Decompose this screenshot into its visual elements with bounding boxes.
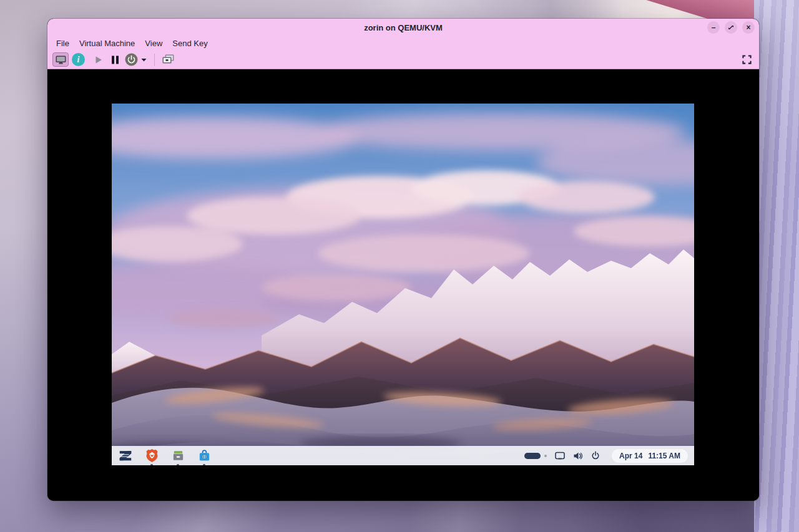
menu-send-key[interactable]: Send Key: [167, 37, 212, 49]
minimize-button[interactable]: –: [707, 21, 720, 34]
zorin-logo-icon: [118, 448, 133, 463]
play-icon: [94, 56, 103, 64]
toolbar: i: [47, 51, 759, 69]
show-console-button[interactable]: [52, 52, 69, 67]
taskbar-apps: [118, 448, 212, 463]
titlebar[interactable]: zorin on QEMU/KVM – ×: [47, 19, 759, 36]
power-icon: [125, 53, 138, 66]
chevron-down-icon: [141, 58, 147, 62]
fullscreen-button[interactable]: [739, 52, 754, 67]
zorin-menu-button[interactable]: [118, 448, 133, 463]
menu-virtual-machine[interactable]: Virtual Machine: [74, 37, 140, 49]
guest-screen[interactable]: Apr 14 11:15 AM: [112, 104, 694, 465]
maximize-icon: [727, 24, 735, 31]
shutdown-menu-button[interactable]: [139, 52, 149, 67]
virt-manager-window: zorin on QEMU/KVM – × File Virtual Machi…: [47, 19, 759, 501]
menubar: File Virtual Machine View Send Key: [47, 36, 759, 51]
close-icon: ×: [746, 24, 750, 31]
menu-file[interactable]: File: [51, 37, 74, 49]
run-button[interactable]: [91, 52, 106, 67]
volume-icon: [573, 452, 583, 460]
displays-button[interactable]: [160, 52, 175, 67]
power-tray-button[interactable]: [591, 451, 600, 460]
menu-view[interactable]: View: [140, 37, 167, 49]
shutdown-button[interactable]: [124, 52, 139, 67]
files-button[interactable]: [170, 448, 185, 463]
displays-icon: [162, 54, 174, 65]
close-button[interactable]: ×: [742, 21, 755, 34]
power-tray-icon: [591, 451, 600, 460]
clock-button[interactable]: Apr 14 11:15 AM: [612, 449, 688, 463]
software-store-button[interactable]: [197, 448, 212, 463]
screen-tray-button[interactable]: [555, 452, 565, 460]
brave-icon: [145, 448, 159, 463]
battery-indicator[interactable]: [524, 453, 547, 459]
window-title: zorin on QEMU/KVM: [364, 23, 443, 32]
host-wallpaper-dress-fabric: [754, 0, 799, 532]
maximize-button[interactable]: [725, 21, 737, 34]
vm-display-area[interactable]: Apr 14 11:15 AM: [47, 69, 759, 501]
screen-icon: [555, 452, 565, 460]
fullscreen-icon: [742, 55, 752, 64]
battery-icon: [524, 453, 541, 459]
clock-time: 11:15 AM: [648, 452, 680, 460]
guest-taskbar: Apr 14 11:15 AM: [112, 446, 694, 465]
console-monitor-icon: [56, 56, 66, 64]
toolbar-separator: [154, 54, 155, 66]
window-controls: – ×: [707, 21, 755, 34]
minimize-icon: –: [712, 24, 716, 31]
volume-tray-button[interactable]: [573, 452, 583, 460]
files-icon: [172, 449, 185, 462]
system-tray: Apr 14 11:15 AM: [524, 449, 688, 463]
guest-wallpaper: [112, 104, 694, 465]
clock-date: Apr 14: [619, 452, 642, 460]
pause-button[interactable]: [108, 52, 122, 67]
battery-nub-icon: [544, 455, 547, 457]
show-details-button[interactable]: i: [72, 53, 85, 66]
pause-icon: [111, 56, 119, 64]
software-store-icon: [198, 449, 211, 462]
brave-browser-button[interactable]: [144, 448, 159, 463]
info-icon: i: [77, 55, 80, 65]
